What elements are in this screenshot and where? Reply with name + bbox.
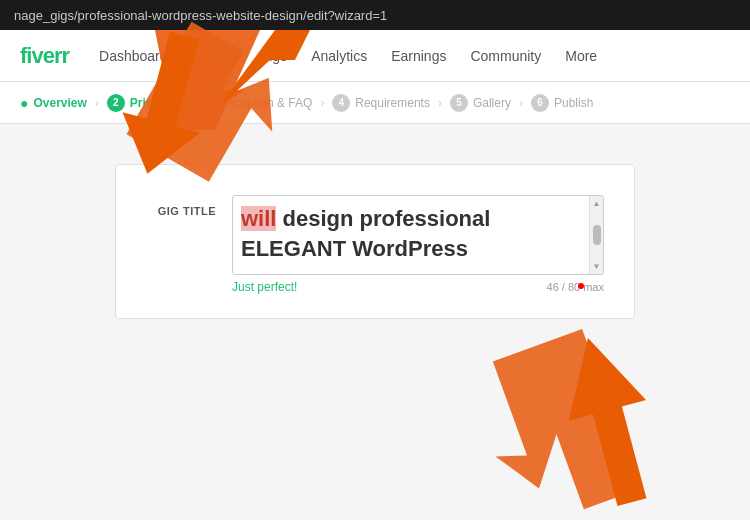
step-sep-2: › [179, 96, 183, 110]
step-requirements[interactable]: 4 Requirements [332, 94, 430, 112]
step-description-num: 3 [191, 94, 209, 112]
gig-title-rest: design professionalELEGANT WordPress [241, 206, 490, 261]
step-sep-1: › [95, 96, 99, 110]
nav-item-more[interactable]: More [565, 48, 597, 64]
wizard-steps: ● Overview › 2 Pricing › 3 Description &… [0, 82, 750, 124]
step-description-label: Description & FAQ [214, 96, 313, 110]
scrollbar[interactable]: ▲ ▼ [589, 196, 603, 274]
step-overview-icon: ● [20, 95, 28, 111]
nav-item-analytics[interactable]: Analytics [311, 48, 367, 64]
step-sep-3: › [320, 96, 324, 110]
step-gallery-num: 5 [450, 94, 468, 112]
fiverr-logo[interactable]: fiverr [20, 43, 69, 69]
step-overview-label: Overview [33, 96, 86, 110]
highlighted-word: will [241, 206, 276, 231]
gig-title-label: GIG TITLE [146, 195, 216, 217]
main-content: GIG TITLE will design professionalELEGAN… [0, 124, 750, 520]
nav-menu: Dashboard Orders Gigs Analytics Earnings… [99, 48, 597, 64]
step-publish-label: Publish [554, 96, 593, 110]
step-pricing-num: 2 [107, 94, 125, 112]
char-count-text: 46 / 80 max [547, 281, 604, 293]
nav-bar: fiverr Dashboard Orders Gigs Analytics E… [0, 30, 750, 82]
gig-title-input[interactable]: will design professionalELEGANT WordPres… [232, 195, 604, 275]
red-dot-indicator [578, 283, 584, 289]
step-sep-4: › [438, 96, 442, 110]
url-text: nage_gigs/professional-wordpress-website… [14, 8, 387, 23]
scroll-down-icon[interactable]: ▼ [593, 262, 601, 271]
url-bar: nage_gigs/professional-wordpress-website… [0, 0, 750, 30]
step-gallery[interactable]: 5 Gallery [450, 94, 511, 112]
scroll-up-icon[interactable]: ▲ [593, 199, 601, 208]
nav-item-orders[interactable]: Orders [192, 48, 235, 64]
gig-title-input-wrap: will design professionalELEGANT WordPres… [232, 195, 604, 294]
scroll-thumb[interactable] [593, 225, 601, 245]
step-pricing-label: Pricing [130, 96, 171, 110]
gig-title-row: GIG TITLE will design professionalELEGAN… [146, 195, 604, 294]
step-pricing[interactable]: 2 Pricing [107, 94, 171, 112]
char-count-row: Just perfect! 46 / 80 max [232, 280, 604, 294]
nav-item-community[interactable]: Community [470, 48, 541, 64]
step-requirements-num: 4 [332, 94, 350, 112]
step-sep-5: › [519, 96, 523, 110]
step-publish-num: 6 [531, 94, 549, 112]
nav-item-dashboard[interactable]: Dashboard [99, 48, 168, 64]
step-description[interactable]: 3 Description & FAQ [191, 94, 313, 112]
step-overview[interactable]: ● Overview [20, 95, 87, 111]
form-card: GIG TITLE will design professionalELEGAN… [115, 164, 635, 319]
step-gallery-label: Gallery [473, 96, 511, 110]
step-requirements-label: Requirements [355, 96, 430, 110]
step-publish[interactable]: 6 Publish [531, 94, 593, 112]
status-text: Just perfect! [232, 280, 297, 294]
nav-item-earnings[interactable]: Earnings [391, 48, 446, 64]
nav-item-gigs[interactable]: Gigs [258, 48, 287, 64]
